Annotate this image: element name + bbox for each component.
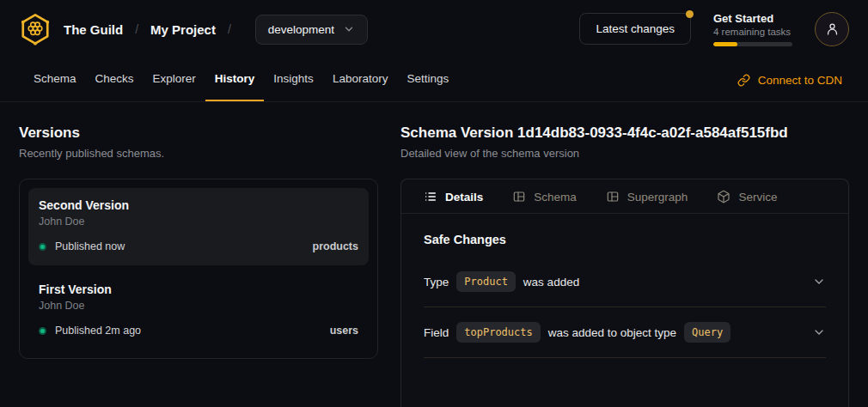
get-started-progress-fill <box>713 42 737 46</box>
detail-tab-schema[interactable]: Schema <box>512 190 577 204</box>
tab-laboratory[interactable]: Laboratory <box>323 58 398 101</box>
change-text: was added <box>523 276 579 289</box>
version-meta: Published nowproducts <box>39 240 358 252</box>
breadcrumb-org[interactable]: The Guild <box>64 22 123 37</box>
version-detail-panel: Schema Version 1d14db83-0933-4f4c-a02f-a… <box>400 102 849 407</box>
chevron-down-icon <box>812 325 826 339</box>
user-icon <box>825 21 840 36</box>
detail-tabs: DetailsSchemaSupergraphService <box>401 179 848 214</box>
breadcrumb-project[interactable]: My Project <box>150 22 216 37</box>
detail-tab-details[interactable]: Details <box>424 190 483 204</box>
change-text: Field <box>424 326 449 339</box>
change-code-badge: Query <box>684 322 730 343</box>
changes-list: TypeProductwas addedFieldtopProductswas … <box>424 257 826 358</box>
tab-settings[interactable]: Settings <box>397 58 458 101</box>
change-row[interactable]: TypeProductwas added <box>424 257 826 307</box>
link-icon <box>737 74 750 87</box>
published-dot-icon <box>39 243 46 251</box>
tab-history[interactable]: History <box>205 58 265 101</box>
detail-tab-label: Supergraph <box>627 191 688 204</box>
version-item[interactable]: First VersionJohn DoePublished 2m agouse… <box>28 272 369 349</box>
connect-cdn-label: Connect to CDN <box>758 74 842 87</box>
version-detail-title: Schema Version 1d14db83-0933-4f4c-a02f-a… <box>400 125 849 142</box>
main-nav: SchemaChecksExplorerHistoryInsightsLabor… <box>0 58 868 102</box>
versions-subtitle: Recently published schemas. <box>19 147 378 160</box>
detail-body: Safe Changes TypeProductwas addedFieldto… <box>401 214 848 377</box>
published-dot-icon <box>39 327 46 335</box>
version-published: Published 2m ago <box>55 325 141 337</box>
version-name: Second Version <box>39 198 358 212</box>
version-author: John Doe <box>39 300 358 312</box>
version-service: products <box>313 240 358 252</box>
version-author: John Doe <box>39 216 358 228</box>
get-started-title: Get Started <box>713 12 792 27</box>
tab-checks[interactable]: Checks <box>86 58 144 101</box>
detail-tab-label: Schema <box>534 191 577 204</box>
list-icon <box>424 190 437 204</box>
columns-icon <box>606 190 620 204</box>
cube-icon <box>717 190 730 204</box>
main-content: Versions Recently published schemas. Sec… <box>0 102 868 407</box>
target-select[interactable]: development <box>255 15 368 45</box>
columns-icon <box>512 190 526 204</box>
detail-tab-label: Details <box>445 191 483 204</box>
tab-schema[interactable]: Schema <box>24 58 86 101</box>
version-service: users <box>330 325 358 337</box>
tab-explorer[interactable]: Explorer <box>144 58 205 101</box>
get-started-remaining: 4 remaining tasks <box>713 27 792 37</box>
change-code-badge: Product <box>456 271 516 292</box>
nav-tabs: SchemaChecksExplorerHistoryInsightsLabor… <box>24 58 458 101</box>
target-select-value: development <box>268 23 334 36</box>
change-row[interactable]: FieldtopProductswas added to object type… <box>424 307 826 358</box>
version-item[interactable]: Second VersionJohn DoePublished nowprodu… <box>28 188 369 265</box>
notification-dot <box>686 10 694 18</box>
chevron-down-icon <box>343 23 355 35</box>
version-meta: Published 2m agousers <box>39 325 358 337</box>
breadcrumb-separator: / <box>135 22 138 36</box>
detail-tab-service[interactable]: Service <box>717 190 777 204</box>
latest-changes-button[interactable]: Latest changes <box>579 13 691 45</box>
change-text: Type <box>424 276 449 289</box>
connect-cdn-link[interactable]: Connect to CDN <box>737 58 844 101</box>
get-started-progress <box>713 42 792 46</box>
app-header: The Guild / My Project / development Lat… <box>0 0 868 58</box>
change-text: was added to object type <box>548 326 676 339</box>
versions-panel: Versions Recently published schemas. Sec… <box>19 102 378 359</box>
versions-title: Versions <box>19 125 378 142</box>
version-detail-subtitle: Detailed view of the schema version <box>400 147 849 160</box>
version-published: Published now <box>55 240 125 252</box>
breadcrumb-separator: / <box>228 22 231 36</box>
get-started-widget[interactable]: Get Started 4 remaining tasks <box>713 12 792 47</box>
chevron-down-icon <box>812 275 826 289</box>
change-code-badge: topProducts <box>456 322 540 343</box>
guild-logo-icon[interactable] <box>19 13 52 46</box>
version-name: First Version <box>39 282 358 296</box>
detail-tab-label: Service <box>738 191 777 204</box>
safe-changes-title: Safe Changes <box>424 233 826 246</box>
latest-changes-label: Latest changes <box>596 22 675 35</box>
detail-tab-supergraph[interactable]: Supergraph <box>606 190 688 204</box>
version-detail-card: DetailsSchemaSupergraphService Safe Chan… <box>400 179 849 407</box>
tab-insights[interactable]: Insights <box>264 58 323 101</box>
avatar-button[interactable] <box>815 12 849 46</box>
versions-list: Second VersionJohn DoePublished nowprodu… <box>19 179 378 359</box>
